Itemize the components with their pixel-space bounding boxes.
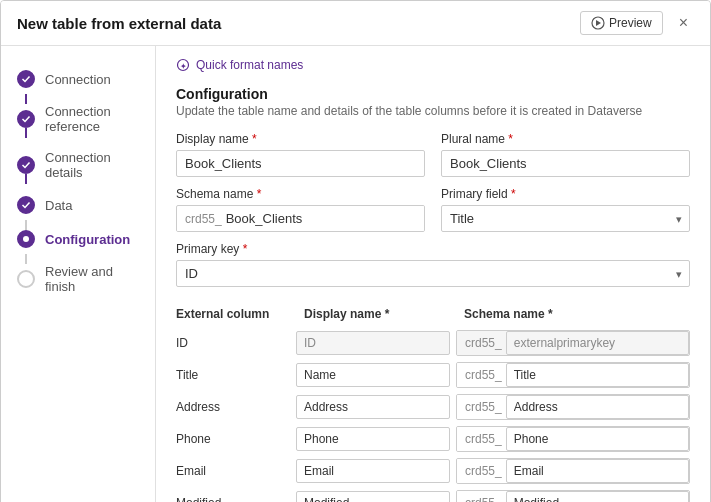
header-right: Preview ×	[580, 11, 694, 35]
schema-name-input-row[interactable]	[506, 459, 689, 483]
display-col-cell	[296, 359, 456, 391]
preview-icon	[591, 16, 605, 30]
step-circle-review	[17, 270, 35, 288]
schema-name-input-row[interactable]	[506, 395, 689, 419]
schema-name-group: Schema name crd55_	[176, 187, 425, 232]
sidebar-item-review[interactable]: Review and finish	[1, 256, 155, 302]
primary-field-group: Primary field Title Name ID	[441, 187, 690, 232]
step-circle-connection-reference	[17, 110, 35, 128]
preview-button[interactable]: Preview	[580, 11, 663, 35]
schema-col-cell: crd55_	[456, 423, 690, 455]
form-row-2: Schema name crd55_ Primary field Title N…	[176, 187, 690, 232]
primary-field-label: Primary field	[441, 187, 690, 201]
dialog-title: New table from external data	[17, 15, 221, 32]
display-name-group: Display name	[176, 132, 425, 177]
sidebar-item-connection-details[interactable]: Connection details	[1, 142, 155, 188]
sidebar-label-connection-details: Connection details	[45, 150, 139, 180]
sidebar-item-data[interactable]: Data	[1, 188, 155, 222]
schema-col-cell: crd55_	[456, 455, 690, 487]
schema-row-prefix: crd55_	[457, 427, 506, 451]
primary-key-label: Primary key	[176, 242, 690, 256]
display-name-input[interactable]	[176, 150, 425, 177]
primary-key-group: Primary key ID	[176, 242, 690, 287]
display-name-input-row[interactable]	[296, 427, 450, 451]
step-circle-connection-details	[17, 156, 35, 174]
display-name-input-row[interactable]	[296, 491, 450, 502]
schema-row-prefix: crd55_	[457, 491, 506, 502]
external-col-cell: ID	[176, 327, 296, 359]
external-col-cell: Title	[176, 359, 296, 391]
step-circle-configuration	[17, 230, 35, 248]
col-header-external: External column	[176, 303, 296, 327]
schema-input-group: crd55_	[456, 426, 690, 452]
checkmark-icon-2	[21, 114, 31, 124]
plural-name-group: Plural name	[441, 132, 690, 177]
schema-name-input-row[interactable]	[506, 363, 689, 387]
external-col-cell: Modified	[176, 487, 296, 502]
schema-row-prefix: crd55_	[457, 395, 506, 419]
schema-col-cell: crd55_	[456, 487, 690, 502]
quick-format-row[interactable]: ✦ Quick format names	[176, 58, 690, 72]
schema-name-input[interactable]	[226, 206, 424, 231]
schema-row-prefix: crd55_	[457, 459, 506, 483]
display-name-input-row[interactable]	[296, 331, 450, 355]
display-col-cell	[296, 455, 456, 487]
form-row-1: Display name Plural name	[176, 132, 690, 177]
table-row: Modifiedcrd55_	[176, 487, 690, 502]
table-row: Phonecrd55_	[176, 423, 690, 455]
schema-name-input-group: crd55_	[176, 205, 425, 232]
svg-marker-1	[596, 20, 601, 26]
display-name-input-row[interactable]	[296, 363, 450, 387]
table-row: IDcrd55_	[176, 327, 690, 359]
schema-col-cell: crd55_	[456, 327, 690, 359]
plural-name-label: Plural name	[441, 132, 690, 146]
quick-format-label: Quick format names	[196, 58, 303, 72]
sidebar-label-data: Data	[45, 198, 72, 213]
table-row: Addresscrd55_	[176, 391, 690, 423]
plural-name-input[interactable]	[441, 150, 690, 177]
dialog: New table from external data Preview ×	[0, 0, 711, 502]
sidebar-item-connection[interactable]: Connection	[1, 62, 155, 96]
sidebar-item-connection-reference[interactable]: Connection reference	[1, 96, 155, 142]
schema-input-group: crd55_	[456, 394, 690, 420]
primary-field-select[interactable]: Title Name ID	[441, 205, 690, 232]
schema-name-label: Schema name	[176, 187, 425, 201]
step-circle-data	[17, 196, 35, 214]
schema-row-prefix: crd55_	[457, 363, 506, 387]
primary-key-select-wrapper: ID	[176, 260, 690, 287]
sidebar-label-review: Review and finish	[45, 264, 139, 294]
display-col-cell	[296, 327, 456, 359]
dialog-header: New table from external data Preview ×	[1, 1, 710, 46]
sidebar-list: Connection Connection reference	[1, 62, 155, 302]
primary-key-select[interactable]: ID	[176, 260, 690, 287]
external-col-cell: Address	[176, 391, 296, 423]
schema-input-group: crd55_	[456, 490, 690, 502]
schema-prefix: crd55_	[177, 207, 226, 231]
close-button[interactable]: ×	[673, 12, 694, 34]
sidebar-label-configuration: Configuration	[45, 232, 130, 247]
section-desc: Update the table name and details of the…	[176, 104, 690, 118]
table-row: Titlecrd55_	[176, 359, 690, 391]
checkmark-icon	[21, 74, 31, 84]
col-header-schema: Schema name *	[456, 303, 690, 327]
display-name-label: Display name	[176, 132, 425, 146]
display-col-cell	[296, 423, 456, 455]
section-title: Configuration	[176, 86, 690, 102]
checkmark-icon-4	[21, 200, 31, 210]
display-col-cell	[296, 487, 456, 502]
schema-name-input-row[interactable]	[506, 491, 689, 502]
display-col-cell	[296, 391, 456, 423]
checkmark-icon-3	[21, 160, 31, 170]
external-col-cell: Email	[176, 455, 296, 487]
dialog-body: Connection Connection reference	[1, 46, 710, 502]
svg-text:✦: ✦	[180, 62, 187, 71]
schema-name-input-row[interactable]	[506, 427, 689, 451]
display-name-input-row[interactable]	[296, 459, 450, 483]
table-row: Emailcrd55_	[176, 455, 690, 487]
sidebar-item-configuration[interactable]: Configuration	[1, 222, 155, 256]
display-name-input-row[interactable]	[296, 395, 450, 419]
schema-name-input-row[interactable]	[506, 331, 689, 355]
external-col-cell: Phone	[176, 423, 296, 455]
schema-col-cell: crd55_	[456, 391, 690, 423]
schema-col-cell: crd55_	[456, 359, 690, 391]
